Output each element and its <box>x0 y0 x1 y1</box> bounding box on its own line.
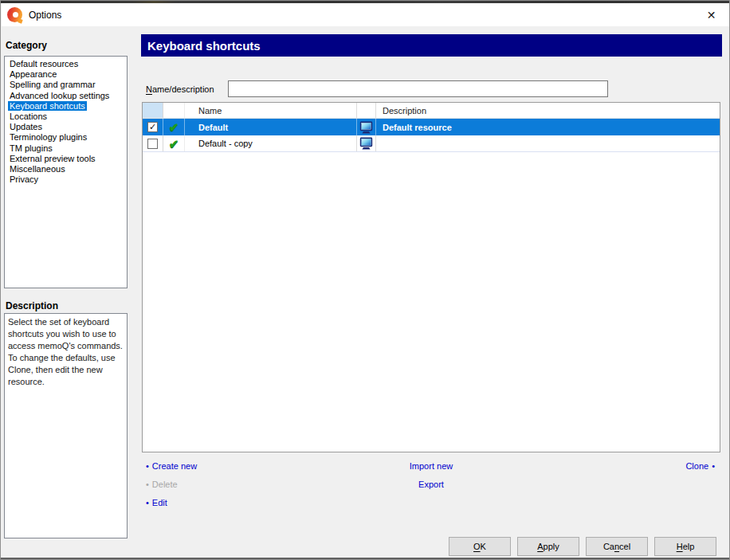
category-item-advanced-lookup-settings[interactable]: Advanced lookup settings <box>5 91 127 101</box>
table-row-default-copy[interactable]: ✔ Default - copy <box>143 135 720 152</box>
import-new-link[interactable]: Import new <box>142 461 720 471</box>
description-text: Select the set of keyboard shortcuts you… <box>8 317 123 386</box>
page-title: Keyboard shortcuts <box>141 34 722 57</box>
resource-table: Name Description ✓ ✔ Default <box>142 102 720 452</box>
row-checkbox-checked[interactable]: ✓ <box>147 122 158 132</box>
status-column-header[interactable] <box>163 103 185 118</box>
category-list[interactable]: Default resources Appearance Spelling an… <box>4 56 128 288</box>
category-item-updates[interactable]: Updates <box>5 122 127 132</box>
category-label: Category <box>6 40 47 51</box>
title-bar[interactable]: Options ✕ <box>2 3 729 26</box>
category-item-default-resources[interactable]: Default resources <box>5 59 127 69</box>
close-icon[interactable]: ✕ <box>693 3 729 26</box>
options-dialog: Options ✕ Category Default resources App… <box>0 0 730 560</box>
name-description-label: Name/description <box>146 84 214 94</box>
row-checkbox-unchecked[interactable] <box>147 139 158 149</box>
help-button[interactable]: Help <box>654 537 716 556</box>
apply-button[interactable]: Apply <box>517 537 579 556</box>
category-item-spelling-and-grammar[interactable]: Spelling and grammar <box>5 80 127 90</box>
category-item-external-preview-tools[interactable]: External preview tools <box>5 154 127 164</box>
table-header-row: Name Description <box>143 103 720 119</box>
checkbox-column-header[interactable] <box>143 103 163 118</box>
category-item-appearance[interactable]: Appearance <box>5 69 127 80</box>
window-bottom-border <box>1 558 730 559</box>
memoq-logo-icon <box>7 7 22 22</box>
clone-link[interactable]: Clone• <box>685 461 715 471</box>
description-box: Select the set of keyboard shortcuts you… <box>4 313 128 538</box>
name-description-input[interactable] <box>228 80 608 97</box>
bullet-icon: • <box>712 461 715 471</box>
edit-link[interactable]: •Edit <box>146 498 167 507</box>
green-check-icon: ✔ <box>169 121 179 133</box>
cancel-button[interactable]: Cancel <box>586 537 648 556</box>
category-item-terminology-plugins[interactable]: Terminology plugins <box>5 132 127 143</box>
table-empty-area <box>143 152 720 452</box>
category-item-privacy[interactable]: Privacy <box>5 174 127 185</box>
row-description-cell[interactable] <box>376 135 720 151</box>
description-column-header[interactable]: Description <box>376 103 720 118</box>
ok-button[interactable]: OK <box>449 537 511 556</box>
green-check-icon: ✔ <box>169 138 179 150</box>
description-label: Description <box>6 300 58 311</box>
row-description-cell[interactable]: Default resource <box>376 119 720 135</box>
category-item-keyboard-shortcuts[interactable]: Keyboard shortcuts <box>5 101 127 112</box>
computer-icon <box>357 135 376 151</box>
location-column-header[interactable] <box>357 103 376 118</box>
name-column-header[interactable]: Name <box>185 103 357 118</box>
row-name-cell[interactable]: Default - copy <box>185 135 357 151</box>
bullet-icon: • <box>146 498 149 507</box>
window-title: Options <box>29 10 61 21</box>
category-item-locations[interactable]: Locations <box>5 112 127 122</box>
table-row-default[interactable]: ✓ ✔ Default Default resource <box>143 119 720 135</box>
category-item-miscellaneous[interactable]: Miscellaneous <box>5 164 127 174</box>
computer-icon <box>357 119 376 135</box>
row-name-cell[interactable]: Default <box>185 119 357 135</box>
category-item-tm-plugins[interactable]: TM plugins <box>5 143 127 154</box>
export-link[interactable]: Export <box>142 480 720 489</box>
